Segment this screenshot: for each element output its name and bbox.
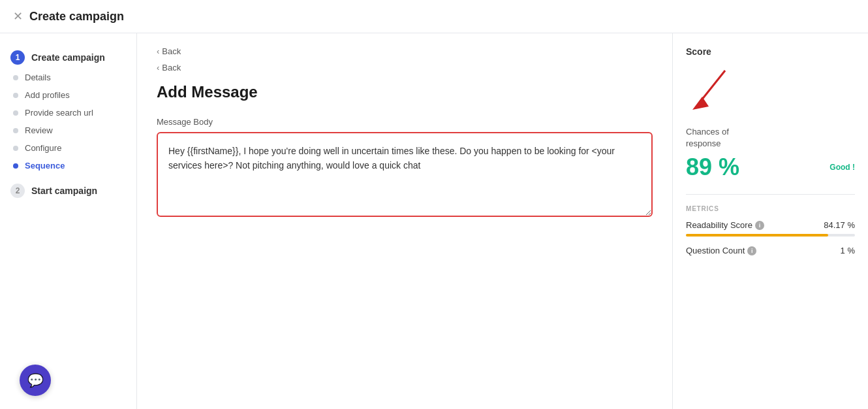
sidebar-item-provide-search[interactable]: Provide search url <box>0 104 136 122</box>
red-arrow-icon <box>686 67 738 113</box>
back-outer-label: Back <box>162 46 181 56</box>
back-label: Back <box>162 63 181 73</box>
content-area: ‹ Back ‹ Back Add Message Message Body H… <box>137 33 868 409</box>
back-chevron-outer-icon: ‹ <box>157 46 159 56</box>
arrow-container <box>686 67 855 113</box>
sidebar-step2-section: 2 Start campaign <box>0 180 136 202</box>
main-content: ‹ Back ‹ Back Add Message Message Body H… <box>137 33 672 409</box>
readability-progress-bar-fill <box>686 234 828 237</box>
step1-label: Create campaign <box>31 52 105 63</box>
sidebar-item-label: Provide search url <box>25 108 93 118</box>
dot-icon <box>13 163 18 169</box>
message-body-label: Message Body <box>157 117 653 127</box>
question-count-row: Question Count i 1 % <box>686 246 855 255</box>
sidebar-item-label: Configure <box>25 143 61 153</box>
chat-icon: 💬 <box>27 372 44 388</box>
sidebar-item-sequence[interactable]: Sequence <box>0 157 136 174</box>
sidebar-item-label: Sequence <box>25 161 65 171</box>
close-icon[interactable]: ✕ <box>13 9 23 24</box>
divider <box>686 194 855 195</box>
question-count-info-icon[interactable]: i <box>747 246 756 255</box>
chances-value: 89 % <box>686 154 739 180</box>
question-count-value: 1 % <box>841 246 855 255</box>
chances-label: Chances of response <box>686 126 855 150</box>
header-title: Create campaign <box>29 10 124 24</box>
sidebar-item-configure[interactable]: Configure <box>0 139 136 157</box>
sidebar-item-label: Review <box>25 125 53 135</box>
sidebar-step1-header[interactable]: 1 Create campaign <box>0 46 136 69</box>
good-badge: Good ! <box>829 163 855 172</box>
dot-icon <box>13 75 18 80</box>
sidebar: 1 Create campaign Details Add profiles P… <box>0 33 137 409</box>
message-textarea[interactable]: Hey {{firstName}}, I hope you're doing w… <box>157 132 653 217</box>
page-title: Add Message <box>157 83 653 101</box>
chances-section: Chances of response 89 % Good ! <box>686 126 855 181</box>
sidebar-item-review[interactable]: Review <box>0 122 136 139</box>
back-nav-outer[interactable]: ‹ Back <box>157 46 653 56</box>
readability-progress-bar-bg <box>686 234 855 237</box>
readability-row: Readability Score i 84.17 % <box>686 220 855 230</box>
back-chevron-icon: ‹ <box>157 63 159 73</box>
header: ✕ Create campaign <box>0 0 868 33</box>
step1-badge: 1 <box>10 50 25 65</box>
sidebar-step1-section: 1 Create campaign Details Add profiles P… <box>0 46 136 174</box>
step2-badge: 2 <box>10 184 25 198</box>
readability-info-icon[interactable]: i <box>755 221 764 230</box>
sidebar-step2-header[interactable]: 2 Start campaign <box>0 180 136 202</box>
score-title: Score <box>686 46 855 57</box>
dot-icon <box>13 128 18 133</box>
readability-label: Readability Score i <box>686 220 764 230</box>
dot-icon <box>13 146 18 151</box>
readability-value: 84.17 % <box>824 220 855 230</box>
question-count-label: Question Count i <box>686 246 756 255</box>
metrics-label: METRICS <box>686 205 855 212</box>
main-layout: 1 Create campaign Details Add profiles P… <box>0 33 868 409</box>
step2-label: Start campaign <box>31 186 97 196</box>
dot-icon <box>13 93 18 98</box>
dot-icon <box>13 110 18 116</box>
sidebar-item-label: Add profiles <box>25 90 70 100</box>
sidebar-item-details[interactable]: Details <box>0 69 136 86</box>
chat-bubble-button[interactable]: 💬 <box>20 365 51 396</box>
score-panel: Score Chances of response 89 % Good ! ME… <box>672 33 868 409</box>
back-nav[interactable]: ‹ Back <box>157 63 653 73</box>
svg-marker-1 <box>692 97 709 110</box>
sidebar-item-add-profiles[interactable]: Add profiles <box>0 86 136 104</box>
sidebar-item-label: Details <box>25 73 51 82</box>
